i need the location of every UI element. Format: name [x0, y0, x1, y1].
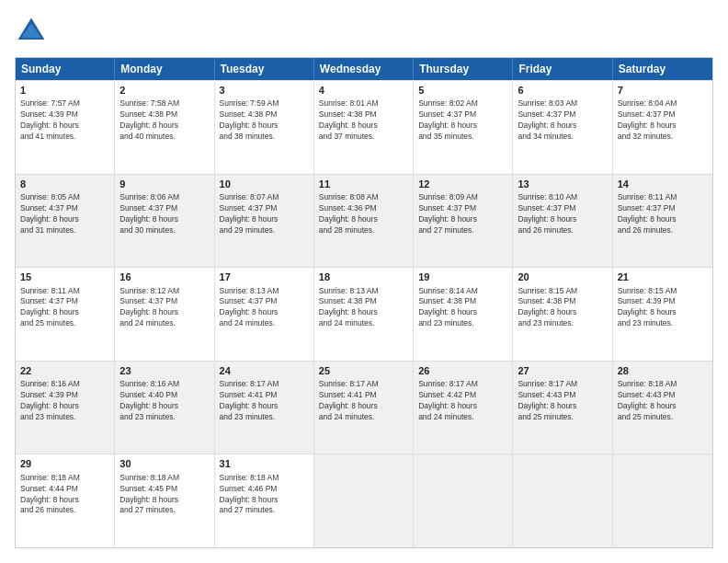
cell-line: Sunrise: 8:06 AM	[119, 192, 209, 203]
calendar-cell-4-4	[414, 454, 513, 547]
cell-line: and 30 minutes.	[119, 225, 209, 236]
cell-line: Sunrise: 7:59 AM	[220, 98, 309, 109]
cell-line: Daylight: 8 hours	[319, 121, 408, 132]
calendar-body: 1Sunrise: 7:57 AMSunset: 4:39 PMDaylight…	[16, 80, 712, 547]
cell-line: Daylight: 8 hours	[418, 401, 507, 412]
calendar-cell-3-4: 26Sunrise: 8:17 AMSunset: 4:42 PMDayligh…	[414, 362, 513, 454]
cell-line: Sunrise: 8:16 AM	[119, 379, 209, 390]
day-number: 28	[618, 364, 708, 378]
cell-line: Daylight: 8 hours	[518, 307, 607, 318]
day-number: 3	[220, 84, 309, 98]
cell-line: Sunrise: 8:15 AM	[618, 286, 708, 297]
day-number: 15	[20, 270, 109, 284]
cell-line: Daylight: 8 hours	[618, 307, 708, 318]
cell-line: Daylight: 8 hours	[618, 401, 708, 412]
cell-line: Sunset: 4:40 PM	[119, 390, 209, 401]
cell-line: Sunrise: 8:04 AM	[618, 98, 708, 109]
cell-line: Daylight: 8 hours	[119, 121, 209, 132]
cell-line: Sunset: 4:45 PM	[119, 484, 209, 495]
cell-line: Sunset: 4:39 PM	[20, 109, 109, 121]
cell-line: Sunset: 4:37 PM	[518, 109, 607, 121]
cell-line: and 24 minutes.	[220, 318, 309, 329]
cell-line: Sunrise: 8:14 AM	[418, 286, 507, 297]
cell-line: Sunrise: 8:17 AM	[518, 379, 607, 390]
cell-line: Sunset: 4:37 PM	[119, 296, 209, 307]
calendar-cell-0-3: 4Sunrise: 8:01 AMSunset: 4:38 PMDaylight…	[314, 81, 414, 174]
calendar-cell-1-1: 9Sunrise: 8:06 AMSunset: 4:37 PMDaylight…	[115, 175, 214, 268]
cell-line: and 26 minutes.	[20, 505, 109, 516]
calendar-cell-4-6	[613, 454, 712, 547]
cell-line: Sunset: 4:38 PM	[418, 296, 507, 307]
calendar-cell-4-1: 30Sunrise: 8:18 AMSunset: 4:45 PMDayligh…	[115, 454, 214, 547]
cell-line: Sunrise: 7:58 AM	[119, 98, 209, 109]
cell-line: Sunrise: 8:12 AM	[119, 286, 209, 297]
cell-line: Sunset: 4:42 PM	[418, 390, 507, 401]
cell-line: and 25 minutes.	[20, 318, 109, 329]
cell-line: and 23 minutes.	[220, 412, 309, 423]
cell-line: and 23 minutes.	[119, 412, 209, 423]
calendar-cell-1-2: 10Sunrise: 8:07 AMSunset: 4:37 PMDayligh…	[215, 175, 314, 268]
cell-line: and 40 minutes.	[119, 132, 209, 143]
calendar-cell-1-3: 11Sunrise: 8:08 AMSunset: 4:36 PMDayligh…	[314, 175, 414, 268]
calendar-cell-3-3: 25Sunrise: 8:17 AMSunset: 4:41 PMDayligh…	[314, 362, 414, 454]
day-number: 21	[618, 270, 708, 284]
cell-line: Sunset: 4:37 PM	[518, 203, 607, 214]
day-number: 24	[220, 364, 309, 378]
cell-line: Sunrise: 8:17 AM	[220, 379, 309, 390]
cell-line: Sunrise: 8:07 AM	[220, 192, 309, 203]
cell-line: and 24 minutes.	[319, 412, 408, 423]
cell-line: Sunset: 4:38 PM	[220, 109, 309, 121]
cell-line: Sunset: 4:37 PM	[618, 203, 708, 214]
logo	[15, 15, 51, 48]
calendar-cell-2-1: 16Sunrise: 8:12 AMSunset: 4:37 PMDayligh…	[115, 268, 214, 361]
header-day-tuesday: Tuesday	[215, 58, 314, 80]
cell-line: Sunset: 4:37 PM	[220, 203, 309, 214]
cell-line: Daylight: 8 hours	[618, 214, 708, 225]
header-day-wednesday: Wednesday	[314, 58, 414, 80]
cell-line: and 24 minutes.	[319, 318, 408, 329]
cell-line: Daylight: 8 hours	[220, 495, 309, 506]
cell-line: Sunset: 4:37 PM	[618, 109, 708, 121]
cell-line: Sunset: 4:39 PM	[618, 296, 708, 307]
cell-line: and 25 minutes.	[518, 412, 607, 423]
cell-line: Sunset: 4:36 PM	[319, 203, 408, 214]
calendar-cell-4-0: 29Sunrise: 8:18 AMSunset: 4:44 PMDayligh…	[16, 454, 115, 547]
day-number: 5	[418, 84, 507, 98]
calendar-cell-1-0: 8Sunrise: 8:05 AMSunset: 4:37 PMDaylight…	[16, 175, 115, 268]
day-number: 25	[319, 364, 408, 378]
cell-line: Daylight: 8 hours	[20, 495, 109, 506]
cell-line: Sunrise: 8:18 AM	[119, 473, 209, 484]
day-number: 6	[518, 84, 607, 98]
calendar-cell-0-5: 6Sunrise: 8:03 AMSunset: 4:37 PMDaylight…	[513, 81, 612, 174]
page: SundayMondayTuesdayWednesdayThursdayFrid…	[0, 0, 728, 563]
cell-line: Sunset: 4:44 PM	[20, 484, 109, 495]
cell-line: Sunset: 4:37 PM	[20, 296, 109, 307]
day-number: 12	[418, 178, 507, 191]
cell-line: Sunset: 4:43 PM	[518, 390, 607, 401]
day-number: 22	[20, 364, 109, 378]
calendar-cell-1-5: 13Sunrise: 8:10 AMSunset: 4:37 PMDayligh…	[513, 175, 612, 268]
cell-line: Sunrise: 8:17 AM	[418, 379, 507, 390]
header-day-friday: Friday	[513, 58, 612, 80]
cell-line: Sunset: 4:41 PM	[220, 390, 309, 401]
cell-line: Sunrise: 8:16 AM	[20, 379, 109, 390]
day-number: 10	[220, 178, 309, 191]
cell-line: Sunset: 4:46 PM	[220, 484, 309, 495]
cell-line: Daylight: 8 hours	[319, 401, 408, 412]
calendar-cell-2-5: 20Sunrise: 8:15 AMSunset: 4:38 PMDayligh…	[513, 268, 612, 361]
cell-line: Sunset: 4:37 PM	[119, 203, 209, 214]
day-number: 16	[119, 270, 209, 284]
day-number: 14	[618, 178, 708, 191]
cell-line: Sunrise: 8:13 AM	[220, 286, 309, 297]
calendar-cell-3-0: 22Sunrise: 8:16 AMSunset: 4:39 PMDayligh…	[16, 362, 115, 454]
cell-line: and 37 minutes.	[319, 132, 408, 143]
cell-line: Sunrise: 8:15 AM	[518, 286, 607, 297]
cell-line: Sunset: 4:38 PM	[119, 109, 209, 121]
cell-line: Daylight: 8 hours	[220, 121, 309, 132]
calendar-cell-4-5	[513, 454, 612, 547]
cell-line: Daylight: 8 hours	[119, 307, 209, 318]
calendar-cell-2-6: 21Sunrise: 8:15 AMSunset: 4:39 PMDayligh…	[613, 268, 712, 361]
cell-line: Daylight: 8 hours	[20, 401, 109, 412]
cell-line: and 27 minutes.	[418, 225, 507, 236]
cell-line: Sunset: 4:38 PM	[319, 109, 408, 121]
